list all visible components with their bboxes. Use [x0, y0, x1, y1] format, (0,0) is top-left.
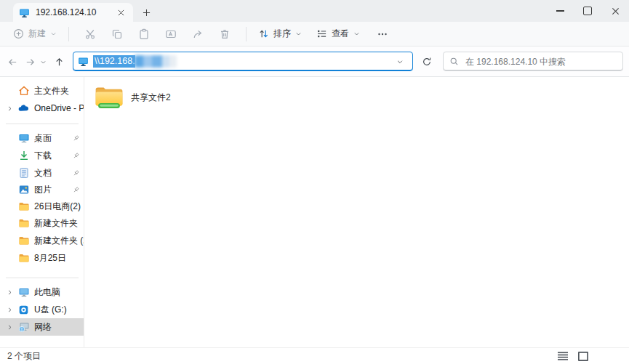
cut-button[interactable]	[79, 25, 101, 44]
view-toggle-group	[555, 349, 591, 363]
tab-bar: 192.168.124.10	[0, 0, 629, 22]
sidebar-item-folder-new-2[interactable]: 新建文件夹 (2)	[0, 232, 84, 249]
sidebar-separator	[6, 278, 79, 278]
network-computer-icon	[78, 56, 89, 67]
address-bar[interactable]: \\192.168.	[73, 52, 413, 71]
tab-title: 192.168.124.10	[36, 7, 114, 17]
chevron-down-icon	[353, 31, 360, 37]
minimize-button[interactable]	[546, 0, 574, 22]
file-tile-shared-folder[interactable]: 共享文件2	[94, 80, 232, 115]
maximize-button[interactable]	[574, 0, 601, 22]
file-name: 共享文件2	[131, 92, 171, 104]
close-button[interactable]	[601, 0, 629, 22]
this-pc-icon	[17, 286, 30, 298]
sort-button-label: 排序	[273, 28, 291, 40]
documents-icon	[17, 167, 30, 179]
sidebar-item-network[interactable]: 网络	[0, 318, 84, 336]
pin-icon	[71, 152, 81, 160]
chevron-down-icon	[50, 31, 57, 37]
home-icon	[17, 85, 30, 97]
address-dropdown-button[interactable]	[392, 54, 408, 69]
scissors-icon	[84, 28, 96, 40]
search-input[interactable]	[464, 56, 617, 68]
address-selected-text[interactable]: \\192.168.	[93, 55, 135, 68]
copy-icon	[111, 28, 123, 40]
pictures-icon	[17, 184, 30, 195]
sidebar-item-usb-drive[interactable]: U盘 (G:)	[0, 301, 84, 318]
circle-plus-icon	[13, 28, 24, 39]
tab-active[interactable]: 192.168.124.10	[13, 3, 133, 22]
pin-icon	[71, 186, 81, 194]
more-button[interactable]	[372, 25, 393, 44]
search-icon	[449, 57, 459, 66]
sidebar-item-folder-new[interactable]: 新建文件夹	[0, 214, 84, 232]
command-toolbar: 新建	[0, 22, 629, 46]
sidebar-item-onedrive[interactable]: OneDrive - Perso	[0, 100, 84, 117]
sidebar-item-folder-26[interactable]: 26日电商(2)	[0, 198, 84, 215]
shared-folder-icon	[94, 83, 124, 112]
paste-button[interactable]	[133, 25, 155, 44]
large-icons-view-button[interactable]	[575, 349, 591, 363]
desktop-icon	[17, 132, 30, 144]
new-tab-button[interactable]	[138, 4, 154, 20]
delete-button[interactable]	[214, 25, 236, 44]
folder-icon	[17, 235, 30, 246]
view-button-label: 查看	[332, 28, 349, 40]
chevron-right-icon[interactable]	[4, 324, 15, 331]
back-button[interactable]	[3, 52, 22, 71]
file-explorer-window: 192.168.124.10 新建	[0, 0, 629, 364]
view-button[interactable]: 查看	[311, 24, 366, 44]
file-list-area[interactable]: 共享文件2	[85, 77, 629, 347]
status-bar: 2 个项目	[0, 347, 629, 364]
explorer-body: 主文件夹 OneDrive - Perso 桌面	[0, 77, 629, 347]
chevron-right-icon[interactable]	[4, 307, 15, 313]
sidebar-item-folder-aug25[interactable]: 8月25日	[0, 249, 84, 267]
usb-drive-icon	[17, 304, 30, 315]
chevron-right-icon[interactable]	[4, 105, 15, 112]
up-button[interactable]	[49, 52, 68, 71]
recent-locations-button[interactable]	[36, 52, 49, 71]
toolbar-separator	[246, 27, 247, 41]
network-computer-icon	[19, 7, 30, 18]
copy-button[interactable]	[106, 25, 128, 44]
toolbar-separator	[68, 27, 69, 41]
sort-button[interactable]: 排序	[252, 24, 308, 44]
paste-icon	[138, 28, 150, 40]
sort-icon	[258, 28, 269, 39]
sidebar-item-home[interactable]: 主文件夹	[0, 82, 84, 100]
tab-close-button[interactable]	[114, 6, 127, 19]
redacted-address-segment	[135, 55, 177, 68]
chevron-down-icon	[295, 31, 302, 37]
rename-button[interactable]	[160, 25, 182, 44]
sidebar-item-documents[interactable]: 文档	[0, 164, 84, 182]
network-icon	[17, 321, 30, 333]
sidebar-item-downloads[interactable]: 下载	[0, 147, 84, 164]
new-button-label: 新建	[28, 28, 46, 40]
folder-icon	[17, 201, 30, 212]
sidebar-item-pictures[interactable]: 图片	[0, 181, 84, 198]
rename-icon	[165, 28, 177, 40]
refresh-button[interactable]	[417, 52, 436, 71]
sidebar-separator	[6, 124, 79, 124]
pin-icon	[71, 134, 81, 142]
navigation-bar: \\192.168.	[0, 47, 629, 77]
downloads-icon	[17, 150, 30, 161]
share-icon	[192, 28, 204, 40]
ellipsis-icon	[377, 28, 388, 40]
search-box[interactable]	[443, 52, 623, 71]
pin-icon	[71, 169, 81, 177]
details-view-button[interactable]	[555, 349, 571, 363]
items-count: 2 个项目	[7, 350, 41, 363]
chevron-right-icon[interactable]	[4, 289, 15, 296]
sidebar-item-this-pc[interactable]: 此电脑	[0, 283, 84, 301]
new-button[interactable]: 新建	[7, 24, 63, 44]
view-list-icon	[316, 28, 327, 39]
folder-icon	[17, 217, 30, 229]
window-controls	[546, 0, 629, 22]
sidebar-item-desktop[interactable]: 桌面	[0, 129, 84, 147]
folder-icon	[17, 252, 30, 264]
onedrive-cloud-icon	[17, 102, 30, 115]
navigation-pane: 主文件夹 OneDrive - Perso 桌面	[0, 77, 84, 347]
share-button[interactable]	[187, 25, 209, 44]
trash-icon	[219, 28, 231, 40]
